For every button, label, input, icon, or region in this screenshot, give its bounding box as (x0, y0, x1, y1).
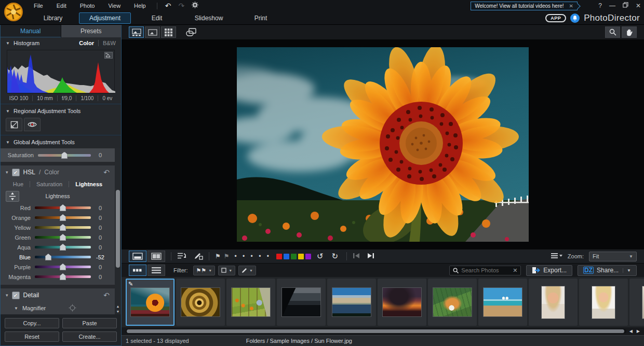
undo-icon[interactable]: ↶ (162, 1, 175, 11)
scroll-down-icon[interactable]: ▼ (116, 310, 120, 313)
search-box[interactable]: ✕ (449, 266, 521, 275)
minimize-button[interactable]: — (609, 2, 615, 9)
hsl-tab-lightness[interactable]: Lightness (69, 181, 109, 187)
scrollbar-thumb[interactable] (127, 329, 624, 333)
color-label-red[interactable] (276, 254, 282, 259)
edit-in-photodirector-icon[interactable] (194, 252, 203, 261)
thumbnail-view-button[interactable] (129, 265, 146, 276)
slider-thumb[interactable] (60, 234, 66, 241)
red-slider[interactable] (35, 204, 91, 211)
menu-edit[interactable]: Edit (50, 3, 73, 9)
slider-thumb[interactable] (60, 244, 66, 251)
search-clear-icon[interactable]: ✕ (513, 267, 517, 274)
filmstrip-scrollbar[interactable]: ◀ ▶ (122, 327, 644, 335)
export-button[interactable]: Export... (526, 265, 572, 276)
split-view-button[interactable] (147, 251, 165, 262)
thumbnail-spiral-staircase[interactable] (176, 279, 225, 326)
slider-thumb[interactable] (60, 224, 66, 231)
scroll-up-icon[interactable]: ▲ (116, 305, 120, 308)
zoom-level-select[interactable]: Fit ▼ (589, 252, 637, 261)
histogram-color-link[interactable]: Color (79, 40, 94, 46)
histogram-section-header[interactable]: ▼ Histogram Color B&W (1, 37, 121, 49)
panel-scrollbar[interactable]: ▲ ▼ (115, 148, 121, 314)
rotate-right-icon[interactable]: ↻ (329, 252, 341, 261)
hsl-enabled-checkbox[interactable]: ✔ (12, 169, 20, 176)
green-slider[interactable] (35, 234, 91, 241)
scrollbar-thumb[interactable] (116, 190, 120, 268)
collapse-triangle-icon[interactable]: ▼ (6, 109, 10, 114)
color-label-yellow[interactable] (298, 254, 304, 259)
thumbnail-partial[interactable] (629, 279, 644, 326)
compare-view-button[interactable] (183, 26, 198, 38)
scroll-right-icon[interactable]: ▶ (637, 329, 640, 334)
app-badge[interactable]: APP (545, 14, 566, 22)
tutorial-notification[interactable]: Welcome! View all tutorial videos here! … (471, 2, 578, 10)
gradient-mask-tool-button[interactable] (6, 118, 22, 131)
previous-photo-icon[interactable] (353, 253, 360, 260)
collapse-triangle-icon[interactable]: ▼ (14, 306, 18, 311)
reset-button[interactable]: Reset (5, 331, 59, 342)
zoom-tool-button[interactable] (605, 26, 620, 38)
thumbnail-storm-sunset[interactable] (378, 279, 426, 326)
flag-reject-icon[interactable]: ⚑ (224, 253, 230, 260)
purple-slider[interactable] (35, 264, 91, 270)
hsl-tab-saturation[interactable]: Saturation (30, 181, 69, 187)
thumbnail-mountain-lake[interactable] (327, 279, 376, 326)
thumbnail-woman-portrait[interactable] (529, 279, 578, 326)
detail-reset-icon[interactable]: ↶ (103, 291, 110, 299)
regional-tools-header[interactable]: ▼ Regional Adjustment Tools (1, 105, 121, 117)
restore-button[interactable] (623, 2, 628, 9)
close-button[interactable]: ✕ (636, 2, 641, 9)
menu-file[interactable]: File (27, 3, 50, 9)
thumbnail-dark-lake[interactable] (277, 279, 326, 326)
chevron-down-icon[interactable]: ▾ (6, 170, 8, 175)
pan-hand-tool-button[interactable] (622, 26, 637, 38)
global-tools-header[interactable]: ▼ Global Adjustment Tools (1, 136, 121, 148)
slider-thumb[interactable] (60, 204, 66, 211)
next-photo-icon[interactable] (367, 253, 374, 260)
tab-adjustment[interactable]: Adjustment (79, 12, 131, 24)
menu-help[interactable]: Help (127, 3, 153, 9)
blue-slider[interactable] (35, 254, 91, 260)
share-button[interactable]: DZ Share... ▼ (578, 265, 637, 276)
magenta-slider[interactable] (35, 273, 91, 280)
slider-thumb[interactable] (60, 214, 66, 221)
yellow-slider[interactable] (35, 224, 91, 231)
collapse-triangle-icon[interactable]: ▼ (6, 41, 10, 46)
collapse-triangle-icon[interactable]: ▼ (6, 140, 10, 145)
saturation-slider[interactable] (38, 152, 91, 159)
menu-photo[interactable]: Photo (73, 3, 102, 9)
magnifier-row[interactable]: ▼ Magnifier (1, 302, 115, 314)
hsl-tab-hue[interactable]: Hue (7, 181, 30, 187)
thumbnail-sunflower[interactable]: ✎ (126, 279, 175, 326)
rotate-left-icon[interactable]: ↺ (314, 252, 326, 261)
search-input[interactable] (461, 267, 510, 273)
copy-button[interactable]: Copy... (5, 318, 59, 328)
tab-edit[interactable]: Edit (131, 13, 183, 23)
view-options-icon[interactable] (551, 253, 562, 260)
edited-filter-dropdown[interactable]: ▼ (238, 266, 256, 275)
list-view-button[interactable] (147, 265, 165, 276)
slider-thumb[interactable] (60, 273, 66, 280)
single-view-button[interactable] (129, 251, 146, 262)
color-label-filter-dropdown[interactable]: ▼ (218, 266, 235, 275)
viewer-filmstrip-mode-button[interactable] (129, 26, 144, 38)
create-button[interactable]: Create... (62, 331, 117, 342)
color-label-blue[interactable] (284, 254, 289, 259)
thumbnail-bicycle-field[interactable] (226, 279, 275, 326)
chevron-down-icon[interactable]: ▾ (6, 293, 8, 298)
red-eye-tool-button[interactable] (24, 118, 41, 131)
settings-gear-icon[interactable] (188, 1, 202, 11)
color-label-purple[interactable] (305, 254, 311, 259)
targeted-adjustment-button[interactable] (6, 191, 19, 202)
star-rating-dots[interactable]: • • • • • (235, 253, 271, 260)
slider-thumb[interactable] (60, 264, 66, 270)
help-button[interactable]: ? (598, 2, 602, 9)
paste-button[interactable]: Paste (62, 318, 117, 328)
clipping-warning-icon[interactable] (104, 52, 113, 59)
color-label-green[interactable] (291, 254, 297, 259)
photo-viewer[interactable] (122, 39, 644, 249)
slider-thumb[interactable] (45, 254, 51, 260)
histogram-bw-link[interactable]: B&W (98, 40, 116, 46)
tab-print[interactable]: Print (235, 13, 287, 23)
